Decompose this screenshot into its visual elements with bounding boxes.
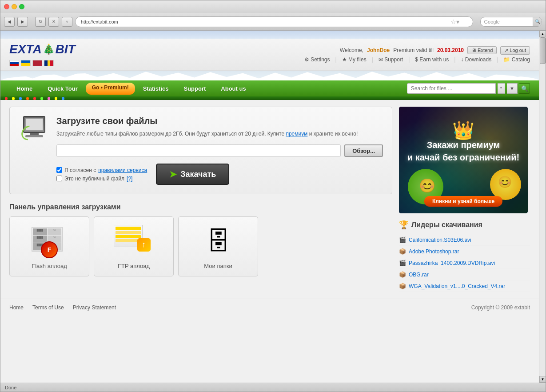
control-panel: Панель управления загрузками ████ OK bbox=[9, 203, 392, 276]
logout-icon: ↗ bbox=[504, 48, 508, 53]
flag-usa[interactable] bbox=[32, 60, 42, 66]
terms-check-row: Я согласен с правилами сервиса bbox=[56, 167, 147, 173]
logout-button[interactable]: ↗ Log out bbox=[500, 46, 530, 55]
my-folders-item[interactable]: 🗄 Мои папки bbox=[178, 216, 258, 276]
close-button[interactable] bbox=[4, 4, 9, 9]
promo-button[interactable]: Кликни и узнай больше bbox=[424, 196, 502, 207]
video-icon-1: 🎬 bbox=[399, 236, 406, 243]
promo-text: Закажи премиум и качай без ограничений! bbox=[407, 139, 519, 164]
status-bar: Done bbox=[0, 383, 546, 392]
support-link[interactable]: ✉ Support bbox=[379, 56, 403, 63]
light-red bbox=[5, 97, 8, 100]
christmas-lights bbox=[0, 96, 539, 100]
light-yellow bbox=[12, 97, 15, 100]
scroll-track[interactable] bbox=[539, 37, 546, 376]
video-icon-2: 🎬 bbox=[399, 260, 406, 266]
settings-link[interactable]: ⚙ Settings bbox=[304, 56, 330, 63]
nav-about[interactable]: About us bbox=[214, 83, 253, 95]
google-input[interactable] bbox=[502, 19, 533, 24]
premium-text: Premium valid till bbox=[393, 47, 434, 53]
home-button[interactable]: ⌂ bbox=[62, 17, 72, 27]
upload-button[interactable]: ➤ Закачать bbox=[156, 164, 229, 185]
browser-toolbar: ◀ ▶ ↻ ✕ ⌂ http://extabit.com ☆▾ Google 🔍 bbox=[0, 13, 546, 31]
monitor-icon: 🖥 bbox=[471, 48, 476, 53]
upload-section: Загрузите свои файлы Загружайте любые ти… bbox=[9, 107, 392, 194]
forward-button[interactable]: ▶ bbox=[17, 17, 28, 27]
logo-flags bbox=[9, 60, 76, 66]
nav-search-area: * ▼ 🔍 bbox=[407, 83, 530, 94]
ftp-upload-item[interactable]: ↑ FTP аплоад bbox=[94, 216, 174, 276]
scroll-up-button[interactable]: ▲ bbox=[539, 31, 546, 37]
browse-button[interactable]: Обзор... bbox=[344, 144, 383, 157]
footer-links: Home Terms of Use Privacy Statement bbox=[9, 304, 116, 311]
header-top-row: Welcome, JohnDoe Premium valid till 20.0… bbox=[340, 46, 530, 55]
nav-home[interactable]: Home bbox=[9, 83, 40, 95]
light-yellow2 bbox=[55, 97, 57, 100]
stop-button[interactable]: ✕ bbox=[48, 17, 59, 27]
extend-button[interactable]: 🖥 Extend bbox=[467, 46, 497, 54]
footer-privacy[interactable]: Privacy Statement bbox=[73, 304, 116, 311]
browser-content: EXTA 🎄 BIT Welcome, bbox=[0, 31, 546, 383]
snow-top bbox=[0, 31, 539, 39]
light-green bbox=[40, 97, 43, 100]
flag-ukraine[interactable] bbox=[21, 60, 31, 66]
upload-computer-icon bbox=[23, 116, 45, 137]
reload-button[interactable]: ↻ bbox=[35, 17, 46, 27]
address-bar[interactable]: http://extabit.com ☆▾ bbox=[75, 16, 473, 27]
leader-link-2[interactable]: Adobe.Photoshop.rar bbox=[409, 248, 459, 255]
nav-tour[interactable]: Quick Tour bbox=[40, 83, 85, 95]
light-orange bbox=[26, 97, 29, 100]
footer-terms[interactable]: Terms of Use bbox=[32, 304, 64, 311]
leader-link-1[interactable]: Californication.S03E06.avi bbox=[409, 237, 471, 243]
archive-icon-1: 📦 bbox=[399, 248, 406, 255]
leader-link-3[interactable]: Passazhirka_1400.2009.DVDRip.avi bbox=[409, 260, 495, 266]
promo-banner[interactable]: 😊 😊 👑 Закажи премиум bbox=[399, 107, 528, 213]
search-dropdown-button[interactable]: ▼ bbox=[507, 83, 518, 94]
browser-search-box[interactable]: Google 🔍 bbox=[480, 17, 542, 27]
leader-link-4[interactable]: OBG.rar bbox=[409, 272, 429, 278]
upload-title: Загрузите свои файлы bbox=[56, 116, 383, 126]
premium-date: 20.03.2010 bbox=[437, 47, 464, 53]
footer-home[interactable]: Home bbox=[9, 304, 24, 311]
nav-premium[interactable]: Go • Premium! bbox=[86, 83, 135, 95]
terms-link[interactable]: правилами сервиса bbox=[98, 167, 147, 173]
leader-link-5[interactable]: WGA_Validation_v1....0_Cracked_V4.rar bbox=[409, 283, 505, 289]
search-input[interactable] bbox=[407, 83, 496, 94]
scroll-thumb[interactable] bbox=[540, 37, 546, 64]
leader-item-5: 📦 WGA_Validation_v1....0_Cracked_V4.rar bbox=[399, 280, 530, 292]
back-button[interactable]: ◀ bbox=[4, 17, 15, 27]
upload-desc: Загружайте любые типы файлов размером до… bbox=[56, 130, 383, 138]
site-header: EXTA 🎄 BIT Welcome, bbox=[0, 39, 539, 71]
file-input[interactable] bbox=[56, 144, 341, 157]
cp-items: ████ OK ████ OK ████ OK bbox=[9, 216, 392, 276]
search-extension-button[interactable]: * bbox=[498, 83, 505, 94]
premium-link[interactable]: премиум bbox=[286, 131, 307, 137]
nav-support[interactable]: Support bbox=[176, 83, 213, 95]
upload-icon-area bbox=[19, 116, 50, 137]
flag-romania[interactable] bbox=[44, 60, 54, 66]
minimize-button[interactable] bbox=[12, 4, 17, 9]
earn-link[interactable]: $ Earn with us bbox=[415, 56, 449, 63]
flash-upload-item[interactable]: ████ OK ████ OK ████ OK bbox=[9, 216, 89, 276]
leaders-title: 🏆 Лидеры скачивания bbox=[399, 220, 530, 230]
snow-decoration bbox=[0, 71, 539, 80]
help-link[interactable]: [?] bbox=[127, 176, 132, 182]
google-search-button[interactable]: 🔍 bbox=[533, 17, 542, 27]
nav-statistics[interactable]: Statistics bbox=[136, 83, 176, 95]
catalog-link[interactable]: 📁 Catalog bbox=[503, 56, 530, 63]
private-checkbox[interactable] bbox=[56, 176, 62, 181]
terms-checkbox[interactable] bbox=[56, 167, 62, 173]
main-content: Загрузите свои файлы Загружайте любые ти… bbox=[0, 100, 539, 299]
light-blue bbox=[19, 97, 22, 100]
downloads-link[interactable]: ↓ Downloads bbox=[461, 56, 491, 63]
maximize-button[interactable] bbox=[19, 4, 24, 9]
scroll-down-button[interactable]: ▼ bbox=[539, 376, 546, 383]
username: JohnDoe bbox=[367, 47, 390, 53]
left-content: Загрузите свои файлы Загружайте любые ти… bbox=[9, 107, 392, 292]
myfiles-link[interactable]: ★ My files bbox=[342, 56, 367, 63]
website: EXTA 🎄 BIT Welcome, bbox=[0, 31, 539, 383]
flag-russia[interactable] bbox=[9, 60, 19, 66]
nav-items: Home Quick Tour Go • Premium! Statistics… bbox=[9, 83, 253, 95]
private-check-row: Это не публичный файл [?] bbox=[56, 176, 147, 182]
search-go-button[interactable]: 🔍 bbox=[519, 83, 530, 94]
